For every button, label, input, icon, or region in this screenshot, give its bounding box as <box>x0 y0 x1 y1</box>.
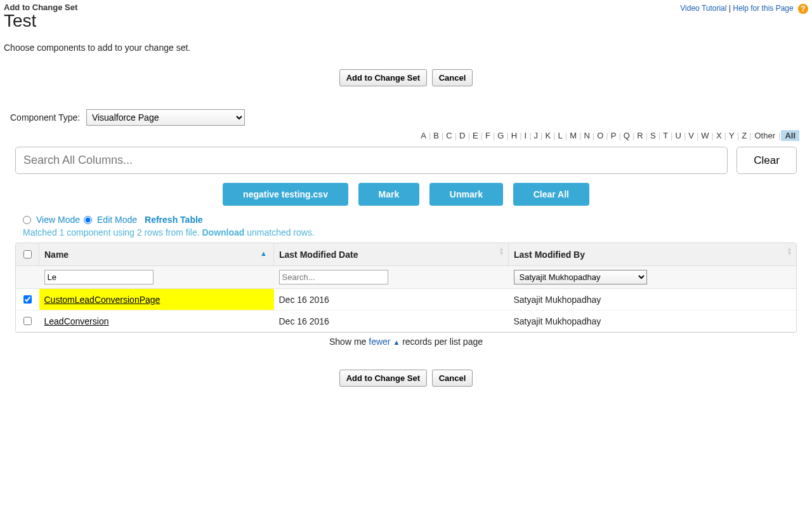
alpha-letter-i[interactable]: I <box>523 131 529 140</box>
sort-arrows-icon: ▲▼ <box>787 247 792 256</box>
cancel-button-top[interactable]: Cancel <box>432 69 473 86</box>
alpha-letter-a[interactable]: A <box>419 131 428 140</box>
alpha-letter-e[interactable]: E <box>471 131 480 140</box>
add-to-change-set-button-bottom[interactable]: Add to Change Set <box>339 370 427 387</box>
alpha-letter-w[interactable]: W <box>699 131 710 140</box>
alpha-letter-v[interactable]: V <box>686 131 696 140</box>
component-type-select[interactable]: Visualforce Page <box>86 109 245 126</box>
alpha-letter-c[interactable]: C <box>444 131 454 140</box>
alpha-letter-m[interactable]: M <box>568 131 579 140</box>
mark-button[interactable]: Mark <box>358 183 420 206</box>
alpha-letter-g[interactable]: G <box>495 131 506 140</box>
search-all-columns-input[interactable] <box>15 147 728 174</box>
fewer-records-link[interactable]: fewer <box>369 337 390 347</box>
alpha-letter-t[interactable]: T <box>661 131 670 140</box>
alpha-letter-d[interactable]: D <box>457 131 467 140</box>
nav-separator: | <box>519 131 522 140</box>
alpha-letter-k[interactable]: K <box>544 131 553 140</box>
clear-all-button[interactable]: Clear All <box>513 183 589 206</box>
alpha-letter-b[interactable]: B <box>431 131 441 140</box>
add-to-change-set-button-top[interactable]: Add to Change Set <box>339 69 427 86</box>
alpha-letter-z[interactable]: Z <box>740 131 749 140</box>
download-unmatched-link[interactable]: Download <box>202 227 244 237</box>
help-icon[interactable]: ? <box>798 4 808 14</box>
edit-mode-label[interactable]: Edit Mode <box>97 215 137 225</box>
alpha-letter-o[interactable]: O <box>595 131 605 140</box>
cancel-button-bottom[interactable]: Cancel <box>432 370 473 387</box>
alpha-other[interactable]: Other <box>752 131 778 140</box>
alpha-all[interactable]: All <box>781 130 799 141</box>
sort-arrows-icon: ▲▼ <box>499 247 504 256</box>
file-button[interactable]: negative testing.csv <box>223 183 348 206</box>
alpha-letter-f[interactable]: F <box>483 131 492 140</box>
last-modified-date: Dec 16 2016 <box>274 311 509 332</box>
sort-asc-icon: ▲ <box>260 250 267 257</box>
alpha-letter-s[interactable]: S <box>648 131 658 140</box>
row-checkbox[interactable] <box>23 317 32 325</box>
column-header-by[interactable]: Last Modified By ▲▼ <box>509 243 797 266</box>
view-mode-label[interactable]: View Mode <box>36 215 80 225</box>
refresh-table-link[interactable]: Refresh Table <box>145 215 203 225</box>
date-filter-input[interactable] <box>279 270 388 284</box>
up-arrow-icon: ▲ <box>393 338 400 346</box>
component-name-link[interactable]: CustomLeadConversionPage <box>44 295 160 305</box>
alpha-letter-x[interactable]: X <box>714 131 724 140</box>
alpha-letter-l[interactable]: L <box>556 131 565 140</box>
last-modified-by: Satyajit Mukhopadhay <box>509 289 797 311</box>
nav-separator: | <box>605 131 608 140</box>
alpha-letter-n[interactable]: N <box>582 131 591 140</box>
alpha-letter-u[interactable]: U <box>673 131 683 140</box>
alpha-letter-p[interactable]: P <box>609 131 619 140</box>
pager: Show me fewer ▲ records per list page <box>4 337 808 347</box>
last-modified-date: Dec 16 2016 <box>274 289 509 311</box>
nav-separator: | <box>528 131 532 140</box>
component-name-link[interactable]: LeadConversion <box>44 316 109 326</box>
alpha-letter-h[interactable]: H <box>509 131 519 140</box>
component-type-label: Component Type: <box>10 112 80 123</box>
table-row: CustomLeadConversionPageDec 16 2016Satya… <box>16 289 796 311</box>
alpha-letter-j[interactable]: J <box>532 131 540 140</box>
alpha-letter-y[interactable]: Y <box>727 131 737 140</box>
unmark-button[interactable]: Unmark <box>429 183 503 206</box>
page-title: Test <box>4 11 77 31</box>
nav-separator: | <box>553 131 556 140</box>
alpha-nav: A|B|C|D|E|F|G|H|I|J|K|L|M|N|O|P|Q|R|S|T|… <box>4 131 799 140</box>
column-header-date[interactable]: Last Modified Date ▲▼ <box>274 243 509 266</box>
select-all-checkbox[interactable] <box>23 250 32 258</box>
edit-mode-radio[interactable] <box>84 216 92 224</box>
clear-search-button[interactable]: Clear <box>737 147 797 174</box>
nav-separator: | <box>540 131 543 140</box>
alpha-letter-r[interactable]: R <box>635 131 645 140</box>
nav-separator: | <box>618 131 621 140</box>
last-modified-by: Satyajit Mukhopadhay <box>509 311 797 332</box>
name-filter-input[interactable] <box>44 270 154 284</box>
modified-by-filter-select[interactable]: Satyajit Mukhopadhay <box>514 270 647 284</box>
page-description: Choose components to add to your change … <box>4 43 808 53</box>
components-table: Name ▲ Last Modified Date ▲▼ Last Modifi… <box>16 243 796 332</box>
match-status: Matched 1 component using 2 rows from fi… <box>23 227 808 237</box>
view-mode-radio[interactable] <box>23 216 31 224</box>
alpha-letter-q[interactable]: Q <box>622 131 632 140</box>
video-tutorial-link[interactable]: Video Tutorial <box>680 4 726 13</box>
table-row: LeadConversionDec 16 2016Satyajit Mukhop… <box>16 311 796 332</box>
column-header-name[interactable]: Name ▲ <box>39 243 274 266</box>
help-page-link[interactable]: Help for this Page <box>733 4 793 13</box>
row-checkbox[interactable] <box>23 295 32 304</box>
nav-separator: | <box>506 131 509 140</box>
